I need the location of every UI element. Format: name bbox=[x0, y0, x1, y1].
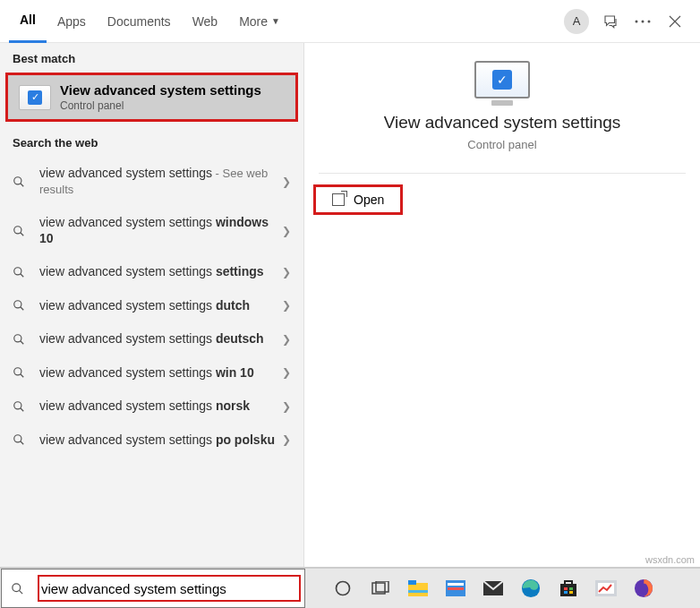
divider bbox=[319, 173, 686, 174]
web-result-text: view advanced system settings po polsku bbox=[39, 432, 275, 449]
tab-more[interactable]: More▼ bbox=[228, 0, 291, 43]
open-external-icon bbox=[332, 193, 345, 206]
svg-point-0 bbox=[636, 20, 638, 22]
svg-rect-17 bbox=[408, 590, 428, 593]
tab-documents[interactable]: Documents bbox=[97, 0, 182, 43]
web-result-text: view advanced system settings win 10 bbox=[39, 365, 275, 381]
best-match-subtitle: Control panel bbox=[60, 99, 261, 112]
results-list: Best match ✓ View advanced system settin… bbox=[0, 43, 304, 567]
svg-rect-23 bbox=[560, 584, 576, 596]
preview-pane: ✓ View advanced system settings Control … bbox=[304, 43, 700, 567]
svg-point-5 bbox=[14, 268, 21, 275]
svg-rect-19 bbox=[448, 583, 464, 586]
web-result-item[interactable]: view advanced system settings windows 10… bbox=[0, 206, 303, 255]
tab-all[interactable]: All bbox=[9, 0, 47, 43]
svg-point-8 bbox=[14, 368, 21, 375]
chevron-right-icon: ❯ bbox=[275, 176, 291, 188]
web-result-text: view advanced system settings - See web … bbox=[39, 166, 275, 197]
chevron-right-icon: ❯ bbox=[275, 400, 291, 413]
task-view-icon[interactable] bbox=[370, 578, 391, 599]
web-result-text: view advanced system settings settings bbox=[39, 264, 275, 280]
search-icon bbox=[13, 299, 27, 312]
taskbar-icons bbox=[305, 578, 700, 599]
close-icon[interactable] bbox=[659, 5, 691, 38]
user-avatar[interactable]: A bbox=[564, 9, 589, 34]
store-icon[interactable] bbox=[558, 578, 579, 599]
search-icon bbox=[13, 433, 27, 446]
best-match-item[interactable]: ✓ View advanced system settings Control … bbox=[5, 73, 298, 122]
svg-rect-24 bbox=[564, 587, 568, 590]
search-icon bbox=[13, 333, 27, 346]
app-icon-2[interactable] bbox=[595, 578, 617, 599]
tab-web[interactable]: Web bbox=[182, 0, 229, 43]
svg-point-1 bbox=[642, 20, 645, 22]
web-result-item[interactable]: view advanced system settings deutsch ❯ bbox=[0, 322, 303, 356]
tabs-row: All Apps Documents Web More▼ A bbox=[0, 0, 700, 43]
open-label: Open bbox=[354, 193, 384, 207]
svg-point-9 bbox=[14, 402, 21, 409]
search-icon bbox=[11, 582, 25, 595]
web-result-item[interactable]: view advanced system settings norsk ❯ bbox=[0, 390, 303, 424]
more-options-icon[interactable] bbox=[627, 5, 659, 38]
svg-point-3 bbox=[14, 176, 21, 184]
web-result-item[interactable]: view advanced system settings win 10 ❯ bbox=[0, 356, 303, 390]
search-input[interactable] bbox=[41, 581, 297, 596]
chevron-right-icon: ❯ bbox=[275, 266, 291, 278]
web-result-item[interactable]: view advanced system settings - See web … bbox=[0, 157, 303, 206]
section-search-web: Search the web bbox=[0, 127, 303, 157]
web-result-item[interactable]: view advanced system settings dutch ❯ bbox=[0, 289, 303, 323]
caret-down-icon: ▼ bbox=[271, 16, 280, 26]
chevron-right-icon: ❯ bbox=[275, 299, 291, 312]
web-result-text: view advanced system settings norsk bbox=[39, 398, 275, 415]
edge-icon[interactable] bbox=[520, 578, 542, 599]
open-button[interactable]: Open bbox=[313, 184, 403, 215]
preview-subtitle: Control panel bbox=[304, 138, 700, 151]
svg-rect-15 bbox=[408, 583, 428, 596]
svg-point-2 bbox=[648, 20, 651, 22]
web-result-text: view advanced system settings deutsch bbox=[39, 331, 275, 347]
taskbar bbox=[0, 568, 700, 608]
app-icon-1[interactable] bbox=[445, 578, 466, 599]
chevron-right-icon: ❯ bbox=[275, 433, 291, 446]
feedback-icon[interactable] bbox=[594, 5, 627, 38]
firefox-icon[interactable] bbox=[633, 578, 654, 599]
watermark: wsxdn.com bbox=[645, 554, 695, 565]
chevron-right-icon: ❯ bbox=[275, 366, 291, 379]
web-result-item[interactable]: view advanced system settings settings ❯ bbox=[0, 255, 303, 289]
svg-point-12 bbox=[337, 582, 350, 595]
web-result-text: view advanced system settings windows 10 bbox=[39, 215, 275, 246]
search-icon bbox=[13, 225, 27, 237]
svg-point-4 bbox=[14, 226, 21, 233]
best-match-title: View advanced system settings bbox=[60, 82, 261, 98]
web-result-text: view advanced system settings dutch bbox=[39, 298, 275, 314]
search-icon bbox=[13, 266, 27, 278]
chevron-right-icon: ❯ bbox=[275, 333, 291, 346]
svg-rect-25 bbox=[569, 587, 573, 590]
search-icon bbox=[13, 400, 27, 413]
chevron-right-icon: ❯ bbox=[275, 225, 291, 237]
web-result-item[interactable]: view advanced system settings po polsku … bbox=[0, 424, 303, 458]
preview-app-icon: ✓ bbox=[474, 61, 530, 98]
taskbar-search-box[interactable] bbox=[1, 569, 305, 608]
preview-title: View advanced system settings bbox=[304, 113, 700, 133]
svg-point-11 bbox=[13, 583, 21, 591]
svg-rect-16 bbox=[408, 580, 416, 585]
svg-rect-20 bbox=[448, 587, 464, 590]
search-icon bbox=[13, 176, 27, 188]
search-results-panel: All Apps Documents Web More▼ A Best matc… bbox=[0, 0, 700, 568]
svg-point-10 bbox=[14, 435, 21, 442]
svg-point-7 bbox=[14, 335, 21, 342]
cortana-icon[interactable] bbox=[332, 578, 354, 599]
control-panel-icon: ✓ bbox=[19, 85, 51, 110]
search-icon bbox=[13, 366, 27, 379]
svg-point-6 bbox=[14, 301, 21, 308]
svg-rect-26 bbox=[564, 591, 568, 594]
section-best-match: Best match bbox=[0, 43, 303, 73]
file-explorer-icon[interactable] bbox=[407, 578, 429, 599]
mail-icon[interactable] bbox=[482, 578, 504, 599]
tab-apps[interactable]: Apps bbox=[47, 0, 97, 43]
svg-rect-27 bbox=[569, 591, 573, 594]
